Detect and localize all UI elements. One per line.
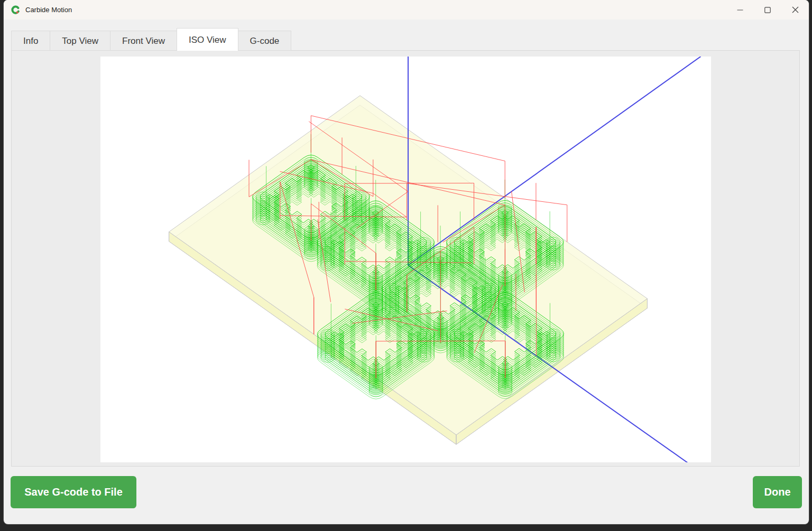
title-bar: Carbide Motion (4, 0, 809, 20)
iso-scene-svg (100, 57, 711, 462)
minimize-icon (737, 7, 743, 13)
tab-info[interactable]: Info (11, 31, 50, 51)
save-gcode-button[interactable]: Save G-code to File (11, 476, 136, 508)
content-pane (11, 50, 800, 467)
close-icon (792, 6, 799, 13)
tab-front-view[interactable]: Front View (110, 31, 177, 51)
tab-iso-view[interactable]: ISO View (177, 28, 238, 51)
maximize-button[interactable] (754, 0, 781, 20)
iso-viewport-canvas[interactable] (100, 57, 711, 462)
window-title: Carbide Motion (25, 6, 72, 14)
app-window: Carbide Motion Info Top View (4, 0, 809, 524)
window-controls (726, 0, 809, 20)
carbide-motion-logo-icon (11, 5, 20, 15)
tab-g-code[interactable]: G-code (238, 31, 292, 51)
done-button[interactable]: Done (753, 476, 802, 508)
maximize-icon (764, 7, 771, 13)
tab-top-view[interactable]: Top View (50, 31, 110, 51)
close-button[interactable] (781, 0, 809, 20)
tab-bar: Info Top View Front View ISO View G-code (11, 28, 291, 51)
minimize-button[interactable] (726, 0, 754, 20)
